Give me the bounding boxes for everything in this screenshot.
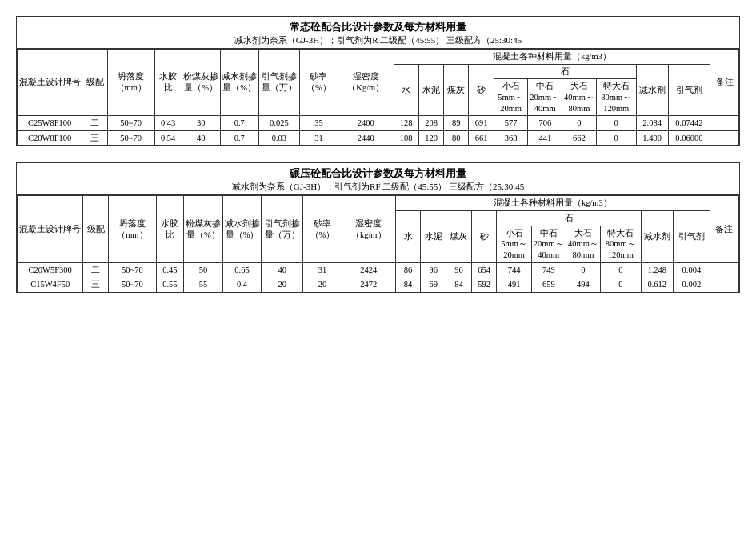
td-wc: 0.43: [154, 116, 182, 131]
td-air-agent: 0.025: [258, 116, 299, 131]
td-flyash: 84: [446, 277, 472, 293]
td-sandamt: 661: [469, 130, 494, 146]
td-vlarge: 0: [601, 277, 642, 293]
table1: 混凝土设计牌号 级配 坍落度（mm） 水胶比 粉煤灰掺量（%） 减水剂掺量（%）…: [17, 49, 739, 146]
td-water: 108: [394, 130, 418, 146]
table-row: C25W8F100 二 50~70 0.43 30 0.7 0.025 35 2…: [18, 116, 739, 131]
th-wc1: 水胶比: [154, 50, 182, 116]
th-large1: 大石 40mm～80mm: [562, 79, 597, 116]
th-grade2: 级配: [83, 196, 109, 262]
th-design2: 混凝土设计牌号: [18, 196, 83, 262]
td-design: C20W8F100: [18, 130, 82, 146]
table2-section: 碾压砼配合比设计参数及每方材料用量 减水剂为奈系（GJ-3H）；引气剂为RF 二…: [16, 162, 740, 293]
td-design: C20W5F300: [18, 262, 83, 277]
td-mid: 706: [528, 116, 562, 131]
td-small: 577: [494, 116, 528, 131]
td-mid: 749: [531, 262, 566, 277]
td-slump: 50~70: [107, 116, 154, 131]
td-fly: 55: [184, 277, 223, 293]
td-sandamt: 691: [469, 116, 494, 131]
td-airamt: 0.004: [673, 262, 710, 277]
td-large: 662: [562, 130, 597, 146]
td-note: [710, 130, 739, 146]
th-airamt2: 引气剂: [673, 211, 710, 263]
th-cement1: 水泥: [418, 64, 443, 116]
td-water: 128: [394, 116, 418, 131]
th-grade1: 级配: [82, 50, 107, 116]
th-stone-group1: 石: [494, 64, 636, 79]
th-slump2: 坍落度（mm）: [109, 196, 157, 262]
td-wc: 0.45: [156, 262, 184, 277]
th-sandamt2: 砂: [471, 211, 497, 263]
td-grade: 三: [82, 130, 107, 146]
td-flyash: 89: [444, 116, 469, 131]
td-slump: 50~70: [109, 262, 157, 277]
td-density: 2472: [342, 277, 395, 293]
td-flyash: 96: [446, 262, 472, 277]
td-water: 86: [395, 262, 421, 277]
td-waterred: 0.612: [641, 277, 673, 293]
th-flyash2: 煤灰: [446, 211, 472, 263]
td-note: [710, 277, 738, 293]
th-airamt1: 引气剂: [668, 64, 710, 116]
table2-subtitle: 减水剂为奈系（GJ-3H）；引气剂为RF 二级配（45:55） 三级配方（25:…: [18, 181, 738, 193]
td-fly: 40: [182, 130, 220, 146]
td-sand: 31: [299, 130, 338, 146]
th-small1: 小石 5mm～20mm: [494, 79, 528, 116]
th-fly1: 粉煤灰掺量（%）: [182, 50, 220, 116]
td-grade: 二: [82, 116, 107, 131]
th-small2: 小石 5mm～20mm: [497, 226, 531, 262]
table1-subtitle: 减水剂为奈系（GJ-3H）；引气剂为R 二级配（45:55） 三级配方（25:3…: [18, 34, 738, 46]
th-waterred1: 减水剂: [636, 64, 668, 116]
td-water: 84: [395, 277, 421, 293]
td-water-agent: 0.7: [220, 116, 258, 131]
td-air-agent: 40: [262, 262, 303, 277]
th-mid1: 中石 20mm～40mm: [528, 79, 562, 116]
td-flyash: 80: [444, 130, 469, 146]
td-sandamt: 654: [471, 262, 497, 277]
table1-section: 常态砼配合比设计参数及每方材料用量 减水剂为奈系（GJ-3H）；引气剂为R 二级…: [16, 16, 740, 146]
td-waterred: 2.084: [636, 116, 668, 131]
td-cement: 208: [418, 116, 443, 131]
th-water2: 水: [395, 211, 421, 263]
td-cement: 69: [421, 277, 446, 293]
td-airamt: 0.06000: [668, 130, 710, 146]
th-note2: 备注: [710, 196, 738, 262]
th-wc2: 水胶比: [156, 196, 184, 262]
th-water-agent2: 减水剂掺量（%）: [222, 196, 262, 262]
td-large: 0: [566, 262, 600, 277]
td-sandamt: 592: [471, 277, 497, 293]
td-water-agent: 0.7: [220, 130, 258, 146]
td-small: 491: [497, 277, 531, 293]
th-material-group2: 混凝土各种材料用量（kg/m3）: [395, 196, 710, 211]
th-density1: 湿密度（Kg/m）: [338, 50, 394, 116]
td-note: [710, 262, 738, 277]
td-air-agent: 20: [262, 277, 303, 293]
td-density: 2440: [338, 130, 394, 146]
th-waterred2: 减水剂: [641, 211, 673, 263]
table2-title: 碾压砼配合比设计参数及每方材料用量: [18, 166, 738, 181]
td-airamt: 0.07442: [668, 116, 710, 131]
td-sand: 20: [303, 277, 342, 293]
th-air-agent1: 引气剂掺量（万）: [258, 50, 299, 116]
page-container: 常态砼配合比设计参数及每方材料用量 减水剂为奈系（GJ-3H）；引气剂为R 二级…: [16, 16, 740, 293]
table2: 混凝土设计牌号 级配 坍落度（mm） 水胶比 粉煤灰掺量（%） 减水剂掺量（%）…: [17, 195, 739, 292]
td-cement: 96: [421, 262, 446, 277]
td-waterred: 1.248: [641, 262, 673, 277]
th-water-agent1: 减水剂掺量（%）: [220, 50, 258, 116]
table-row: C20W8F100 三 50~70 0.54 40 0.7 0.03 31 24…: [18, 130, 739, 146]
td-cement: 120: [418, 130, 443, 146]
td-design: C25W8F100: [18, 116, 82, 131]
th-mid2: 中石 20mm～40mm: [531, 226, 566, 262]
td-density: 2424: [342, 262, 395, 277]
th-material-group1: 混凝土各种材料用量（kg/m3）: [394, 50, 710, 65]
th-large2: 大石 40mm～80mm: [566, 226, 600, 262]
td-fly: 30: [182, 116, 220, 131]
th-sandamt1: 砂: [469, 64, 494, 116]
td-fly: 50: [184, 262, 223, 277]
td-design: C15W4F50: [18, 277, 83, 293]
th-vlarge1: 特大石 80mm～120mm: [596, 79, 636, 116]
table1-title: 常态砼配合比设计参数及每方材料用量: [18, 20, 738, 34]
th-air-agent2: 引气剂掺量（万）: [262, 196, 303, 262]
td-wc: 0.54: [154, 130, 182, 146]
